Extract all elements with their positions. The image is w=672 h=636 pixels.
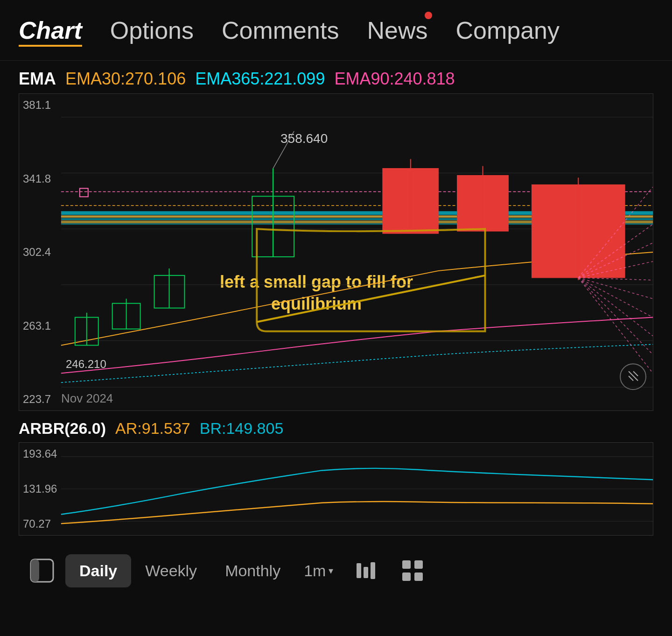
ema-base-label: EMA: [19, 69, 56, 89]
sidebar-icon: [30, 558, 54, 583]
arbr-svg: [19, 443, 653, 535]
ema30-label: EMA30:270.106: [65, 69, 186, 89]
nav-chart-label: Chart: [19, 17, 82, 47]
ema-indicators: EMA EMA30:270.106 EMA365:221.099 EMA90:2…: [0, 61, 672, 93]
y-label-3: 302.4: [23, 246, 57, 259]
arbr-ar-label: AR:91.537: [115, 419, 190, 438]
chart-svg: [19, 94, 653, 410]
grid-icon: [400, 558, 425, 583]
arbr-y-top: 193.64: [23, 447, 57, 460]
svg-rect-40: [620, 364, 646, 389]
nav-news[interactable]: News: [367, 16, 427, 44]
svg-line-39: [578, 278, 653, 373]
y-label-5: 381.1: [23, 99, 57, 112]
svg-line-36: [578, 278, 653, 318]
nav-chart[interactable]: Chart: [19, 16, 82, 44]
main-chart[interactable]: 381.1 341.8 302.4 263.1 223.7 358.640 24…: [19, 93, 653, 411]
svg-line-37: [578, 278, 653, 336]
arbr-base-label: ARBR(26.0): [19, 419, 106, 438]
svg-line-22: [273, 131, 294, 169]
arbr-br-label: BR:149.805: [200, 419, 284, 438]
compare-button[interactable]: [343, 551, 389, 590]
svg-line-41: [629, 371, 638, 381]
arbr-y-bot: 70.27: [23, 517, 57, 530]
nav-comments-label: Comments: [222, 17, 339, 44]
y-label-1: 223.7: [23, 393, 57, 406]
svg-line-38: [578, 278, 653, 355]
svg-rect-55: [414, 572, 423, 581]
nav-comments[interactable]: Comments: [222, 16, 339, 44]
svg-line-29: [257, 276, 485, 322]
monthly-button[interactable]: Monthly: [211, 554, 294, 587]
monthly-label: Monthly: [225, 562, 280, 579]
svg-line-34: [578, 278, 653, 280]
nav-company-label: Company: [455, 17, 560, 44]
y-label-4: 341.8: [23, 172, 57, 185]
compare-icon: [354, 558, 378, 583]
top-navigation: Chart Options Comments News Company: [0, 0, 672, 61]
ema365-label: EMA365:221.099: [195, 69, 325, 89]
svg-rect-13: [80, 188, 88, 197]
weekly-label: Weekly: [145, 562, 197, 579]
svg-rect-54: [402, 572, 411, 581]
interval-label: 1m: [304, 562, 326, 580]
bottom-toolbar: Daily Weekly Monthly 1m ▾: [0, 545, 672, 596]
nav-news-label: News: [367, 17, 427, 44]
svg-line-35: [578, 278, 653, 299]
svg-line-43: [629, 376, 633, 381]
svg-rect-48: [31, 559, 39, 582]
daily-button[interactable]: Daily: [65, 554, 131, 587]
y-axis-labels: 381.1 341.8 302.4 263.1 223.7: [19, 94, 61, 410]
nav-options[interactable]: Options: [110, 16, 194, 44]
daily-label: Daily: [79, 562, 117, 579]
chevron-down-icon: ▾: [329, 565, 333, 576]
svg-rect-51: [371, 562, 375, 579]
arbr-y-mid: 131.96: [23, 482, 57, 495]
grid-button[interactable]: [389, 551, 436, 590]
nav-company[interactable]: Company: [455, 16, 560, 44]
y-label-2: 263.1: [23, 319, 57, 332]
nav-options-label: Options: [110, 17, 194, 44]
ema90-label: EMA90:240.818: [334, 69, 455, 89]
svg-rect-49: [357, 563, 361, 578]
svg-rect-50: [364, 567, 368, 578]
svg-rect-53: [414, 560, 423, 569]
svg-rect-52: [402, 560, 411, 569]
weekly-button[interactable]: Weekly: [131, 554, 211, 587]
interval-button[interactable]: 1m ▾: [294, 554, 343, 587]
arbr-y-labels: 193.64 131.96 70.27: [19, 443, 61, 535]
arbr-chart: 193.64 131.96 70.27: [19, 442, 653, 536]
news-notification-dot: [425, 12, 432, 19]
sidebar-toggle-button[interactable]: [19, 551, 65, 590]
svg-line-42: [633, 371, 638, 376]
arbr-indicators: ARBR(26.0) AR:91.537 BR:149.805: [0, 411, 672, 442]
